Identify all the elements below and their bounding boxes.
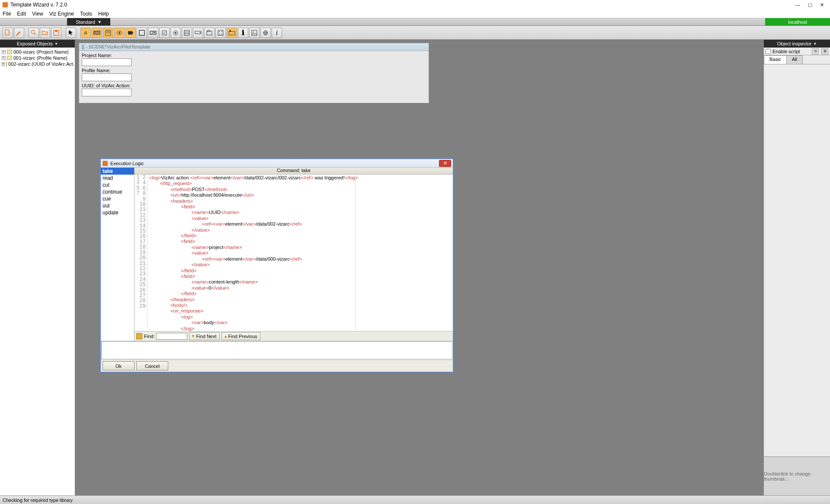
menu-help[interactable]: Help: [98, 11, 109, 17]
code-margin-line: [355, 175, 356, 331]
tree-item-label: 001-vizarc (Profile Name): [13, 55, 67, 61]
menu-file[interactable]: File: [3, 11, 11, 17]
input-profile-name[interactable]: [82, 73, 131, 81]
tab-all[interactable]: All: [786, 55, 803, 64]
expand-icon[interactable]: +: [2, 56, 6, 60]
tool-label-a-icon[interactable]: A: [80, 28, 91, 38]
command-out[interactable]: out: [101, 202, 134, 209]
tool-image-icon[interactable]: [249, 28, 260, 38]
maximize-button[interactable]: ▢: [808, 2, 812, 8]
tool-textbox-icon[interactable]: ABI: [92, 28, 102, 38]
host-indicator[interactable]: localhost: [765, 18, 830, 26]
form-designer-panel[interactable]: [] - SCENE*VizArc/PilotTemplate Project …: [79, 43, 429, 103]
tool-panel-icon[interactable]: [137, 28, 147, 38]
tree-item-label: 002-vizarc (UUID of VizArc Act...: [8, 61, 74, 67]
svg-point-29: [219, 34, 220, 35]
command-cue[interactable]: cue: [101, 195, 134, 202]
input-uuid[interactable]: [82, 89, 131, 96]
status-text: Checking for required type library: [3, 498, 73, 503]
tool-search-icon[interactable]: [29, 28, 39, 38]
expand-icon[interactable]: +: [2, 50, 6, 54]
command-list: take read cut continue cue out update: [101, 168, 135, 341]
sidebar-right: Object inspector ▼ Enable script ⟲ ⊞ Bas…: [763, 40, 830, 495]
label-project-name: Project Name:: [82, 53, 426, 58]
tool-ok-button-icon[interactable]: OK: [148, 28, 158, 38]
code-editor[interactable]: 1 2 3 4 5 6 7 8 9 10 11 12 13 14 15 16 1…: [135, 175, 453, 331]
tool-tab-icon[interactable]: [227, 28, 237, 38]
tool-save-icon[interactable]: [51, 28, 61, 38]
tool-pointer-icon[interactable]: [66, 28, 76, 38]
menu-viz-engine[interactable]: Viz Engine: [49, 11, 74, 17]
command-cut[interactable]: cut: [101, 182, 134, 188]
folder-icon: [7, 50, 12, 54]
dialog-close-button[interactable]: ✕: [439, 160, 451, 167]
tab-basic[interactable]: Basic: [764, 55, 787, 64]
command-update[interactable]: update: [101, 209, 134, 216]
tool-checkbox-icon[interactable]: [159, 28, 170, 38]
chevron-down-icon: ▾: [192, 333, 195, 339]
input-project-name[interactable]: [82, 58, 131, 66]
svg-point-27: [219, 31, 220, 32]
inspector-action1-icon[interactable]: ⟲: [812, 48, 819, 54]
tool-info-icon[interactable]: ℹ: [238, 28, 248, 38]
ok-button[interactable]: Ok: [103, 361, 135, 370]
find-next-button[interactable]: ▾Find Next: [189, 332, 219, 340]
svg-rect-14: [139, 30, 144, 35]
find-prev-button[interactable]: ▴Find Previous: [221, 332, 260, 340]
titlebar: Template Wizard v. 7.2.0 — ▢ ✕: [0, 0, 830, 10]
tool-world-icon[interactable]: [260, 28, 271, 38]
object-inspector-header[interactable]: Object inspector ▼: [764, 40, 830, 48]
exposed-objects-tree: +000-vizarc (Project Name) +001-vizarc (…: [0, 48, 75, 495]
svg-text:ABI: ABI: [93, 30, 101, 35]
command-continue[interactable]: continue: [101, 188, 134, 195]
close-button[interactable]: ✕: [820, 2, 824, 8]
exposed-objects-header[interactable]: Exposed Objects ▼: [0, 40, 75, 48]
tool-open-icon[interactable]: [40, 28, 50, 38]
tool-edit-icon[interactable]: [14, 28, 24, 38]
tool-listbox-icon[interactable]: [182, 28, 192, 38]
expand-icon[interactable]: +: [2, 62, 5, 66]
form-body[interactable]: Project Name: Profile Name: UUID: of Viz…: [79, 51, 429, 103]
tool-new-icon[interactable]: [3, 28, 13, 38]
svg-rect-25: [208, 30, 210, 32]
tool-scrollbox-icon[interactable]: [215, 28, 226, 38]
thumbnail-area[interactable]: Doubleclick to change thumbnail...: [764, 456, 830, 495]
dialog-log-area[interactable]: [101, 341, 452, 359]
minimize-button[interactable]: —: [795, 2, 800, 8]
tool-eye-icon[interactable]: [114, 28, 125, 38]
menu-edit[interactable]: Edit: [17, 11, 26, 17]
inspector-action2-icon[interactable]: ⊞: [821, 48, 828, 54]
tree-item[interactable]: +000-vizarc (Project Name): [1, 49, 74, 55]
find-prev-label: Find Previous: [228, 334, 257, 339]
command-read[interactable]: read: [101, 175, 134, 182]
tool-combobox-icon[interactable]: [193, 28, 203, 38]
tool-info-i-icon[interactable]: i: [272, 28, 282, 38]
tree-item[interactable]: +001-vizarc (Profile Name): [1, 55, 74, 61]
svg-text:A: A: [83, 30, 87, 35]
sidebar-left: Exposed Objects ▼ +000-vizarc (Project N…: [0, 40, 76, 495]
inspector-body: [764, 64, 830, 456]
enable-script-checkbox[interactable]: [766, 49, 771, 54]
tab-standard[interactable]: Standard ▼: [67, 18, 110, 26]
tool-memo-icon[interactable]: [103, 28, 113, 38]
tree-item-label: 000-vizarc (Project Name): [13, 49, 69, 54]
tool-radio-icon[interactable]: [170, 28, 181, 38]
menu-view[interactable]: View: [32, 11, 43, 17]
find-input[interactable]: [156, 333, 187, 340]
host-label: localhost: [788, 19, 807, 25]
tab-basic-label: Basic: [769, 57, 781, 62]
svg-point-28: [221, 31, 222, 32]
tab-standard-label: Standard: [76, 19, 95, 25]
command-take[interactable]: take: [101, 168, 134, 175]
tree-item[interactable]: +002-vizarc (UUID of VizArc Act...: [1, 61, 74, 67]
cancel-button[interactable]: Cancel: [136, 361, 168, 370]
app-title: Template Wizard v. 7.2.0: [10, 2, 795, 8]
menu-tools[interactable]: Tools: [80, 11, 92, 17]
code-content[interactable]: <log>VizArc action <ref><var>element</va…: [147, 175, 453, 331]
svg-point-34: [253, 31, 254, 32]
dialog-titlebar[interactable]: Execution Logic ✕: [101, 159, 453, 168]
chevron-down-icon: ▼: [813, 42, 817, 46]
tool-groupbox-icon[interactable]: [204, 28, 215, 38]
find-label: Find:: [144, 334, 154, 339]
tool-puzzle-icon[interactable]: [125, 28, 136, 38]
